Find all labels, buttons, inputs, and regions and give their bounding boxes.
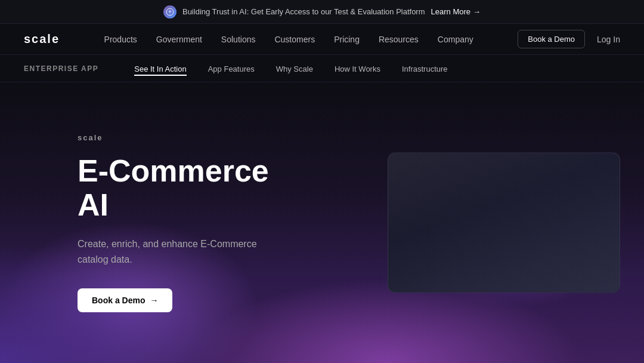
nav-item-solutions[interactable]: Solutions xyxy=(221,34,256,45)
nav-item-customers[interactable]: Customers xyxy=(274,34,315,45)
sub-nav-why-scale[interactable]: Why Scale xyxy=(276,63,313,74)
sub-nav-how-it-works[interactable]: How It Works xyxy=(335,63,380,74)
sub-nav-see-it-in-action[interactable]: See It In Action xyxy=(134,63,186,74)
announcement-text: Building Trust in AI: Get Early Access t… xyxy=(182,7,425,16)
announcement-link[interactable]: Learn More → xyxy=(431,7,481,16)
nav-item-pricing[interactable]: Pricing xyxy=(334,34,360,45)
sub-nav-label: ENTERPRISE APP xyxy=(24,64,98,73)
log-in-button[interactable]: Log In xyxy=(597,35,620,44)
hero-brand-logo: scale xyxy=(78,133,277,142)
hero-description: Create, enrich, and enhance E-Commerce c… xyxy=(78,236,277,267)
sub-nav-infrastructure[interactable]: Infrastructure xyxy=(402,63,448,74)
announcement-bar: Building Trust in AI: Get Early Access t… xyxy=(0,0,644,24)
hero-preview-content xyxy=(388,153,620,293)
hero-preview-panel xyxy=(388,153,620,293)
book-demo-button[interactable]: Book a Demo xyxy=(518,30,585,48)
nav-item-government[interactable]: Government xyxy=(156,34,202,45)
nav-logo[interactable]: scale xyxy=(24,32,60,46)
hero-title: E-Commerce AI xyxy=(78,154,277,222)
nav-item-products[interactable]: Products xyxy=(104,34,137,45)
hero-content: scale E-Commerce AI Create, enrich, and … xyxy=(0,133,354,313)
sub-nav-app-features[interactable]: App Features xyxy=(208,63,255,74)
main-nav: scale Products Government Solutions Cust… xyxy=(0,24,644,55)
sub-nav-links: See It In Action App Features Why Scale … xyxy=(134,63,447,74)
sub-nav: ENTERPRISE APP See It In Action App Feat… xyxy=(0,55,644,82)
hero-section: scale E-Commerce AI Create, enrich, and … xyxy=(0,82,644,363)
nav-links: Products Government Solutions Customers … xyxy=(104,34,473,45)
hero-book-demo-button[interactable]: Book a Demo → xyxy=(78,288,172,312)
announcement-icon xyxy=(163,5,177,19)
nav-right: Book a Demo Log In xyxy=(518,30,620,48)
nav-item-resources[interactable]: Resources xyxy=(379,34,419,45)
nav-item-company[interactable]: Company xyxy=(438,34,473,45)
